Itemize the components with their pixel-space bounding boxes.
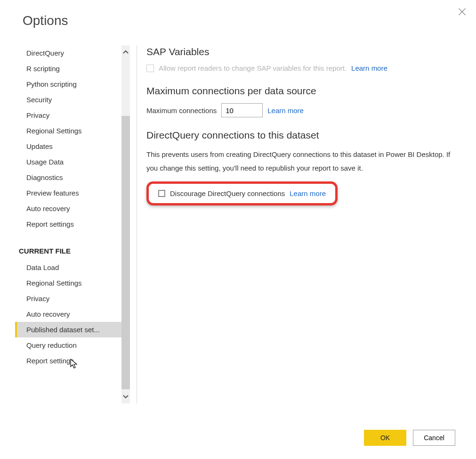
discourage-directquery-label: Discourage DirectQuery connections: [170, 189, 285, 197]
directquery-description: This prevents users from creating Direct…: [146, 148, 452, 175]
sap-variables-row: Allow report readers to change SAP varia…: [146, 64, 457, 72]
content-pane: SAP Variables Allow report readers to ch…: [146, 45, 476, 408]
sidebar: DirectQuery R scripting Python scripting…: [15, 45, 130, 408]
max-connections-learn-more-link[interactable]: Learn more: [267, 107, 304, 115]
cancel-button[interactable]: Cancel: [413, 430, 455, 446]
nav-item-r-scripting[interactable]: R scripting: [26, 61, 130, 76]
nav-item-report-settings[interactable]: Report settings: [26, 216, 130, 232]
scroll-up-icon[interactable]: [121, 45, 130, 59]
scroll-thumb[interactable]: [121, 116, 130, 389]
nav-item-auto-recovery[interactable]: Auto recovery: [26, 201, 130, 216]
sap-allow-checkbox: [146, 65, 154, 72]
sap-allow-label: Allow report readers to change SAP varia…: [159, 64, 347, 72]
nav-item-security[interactable]: Security: [26, 92, 130, 107]
dialog-title: Options: [0, 0, 476, 28]
nav-item-diagnostics[interactable]: Diagnostics: [26, 170, 130, 185]
nav-item-regional-settings[interactable]: Regional Settings: [26, 123, 130, 139]
section-heading-current-file: CURRENT FILE: [15, 236, 130, 260]
nav-list-global: DirectQuery R scripting Python scripting…: [15, 45, 130, 232]
nav-item-privacy[interactable]: Privacy: [26, 107, 130, 123]
discourage-directquery-checkbox[interactable]: [158, 190, 165, 197]
nav-item-updates[interactable]: Updates: [26, 139, 130, 154]
discourage-directquery-callout: Discourage DirectQuery connections Learn…: [146, 181, 338, 205]
dialog-footer: OK Cancel: [364, 430, 455, 446]
nav-item-usage-data[interactable]: Usage Data: [26, 154, 130, 170]
section-title-directquery-connections: DirectQuery connections to this dataset: [146, 130, 457, 141]
discourage-directquery-learn-more-link[interactable]: Learn more: [290, 189, 326, 197]
options-dialog: Options DirectQuery R scripting Python s…: [0, 0, 476, 459]
scroll-down-icon[interactable]: [121, 389, 130, 403]
nav-item-python-scripting[interactable]: Python scripting: [26, 76, 130, 92]
vertical-divider: [137, 45, 137, 403]
nav-item-data-load[interactable]: Data Load: [26, 260, 130, 275]
sap-learn-more-link[interactable]: Learn more: [351, 64, 387, 72]
max-connections-input[interactable]: [221, 103, 263, 117]
section-title-sap-variables: SAP Variables: [146, 46, 457, 57]
nav-item-query-reduction[interactable]: Query reduction: [26, 337, 130, 353]
nav-item-report-settings-file[interactable]: Report settings: [26, 353, 130, 369]
max-connections-label: Maximum connections: [146, 107, 217, 115]
ok-button[interactable]: OK: [364, 430, 406, 446]
dialog-body: DirectQuery R scripting Python scripting…: [0, 45, 476, 408]
close-icon[interactable]: [458, 8, 467, 16]
nav-item-privacy-file[interactable]: Privacy: [26, 291, 130, 306]
section-title-max-connections: Maximum connections per data source: [146, 85, 457, 97]
sidebar-scrollbar[interactable]: [121, 45, 130, 403]
nav-item-regional-settings-file[interactable]: Regional Settings: [26, 275, 130, 291]
nav-item-published-dataset-settings[interactable]: Published dataset set...: [15, 322, 130, 337]
nav-list-current-file: Data Load Regional Settings Privacy Auto…: [15, 260, 130, 369]
max-connections-row: Maximum connections Learn more: [146, 103, 457, 117]
nav-item-preview-features[interactable]: Preview features: [26, 185, 130, 201]
nav-item-directquery[interactable]: DirectQuery: [26, 45, 130, 61]
nav-item-auto-recovery-file[interactable]: Auto recovery: [26, 306, 130, 322]
